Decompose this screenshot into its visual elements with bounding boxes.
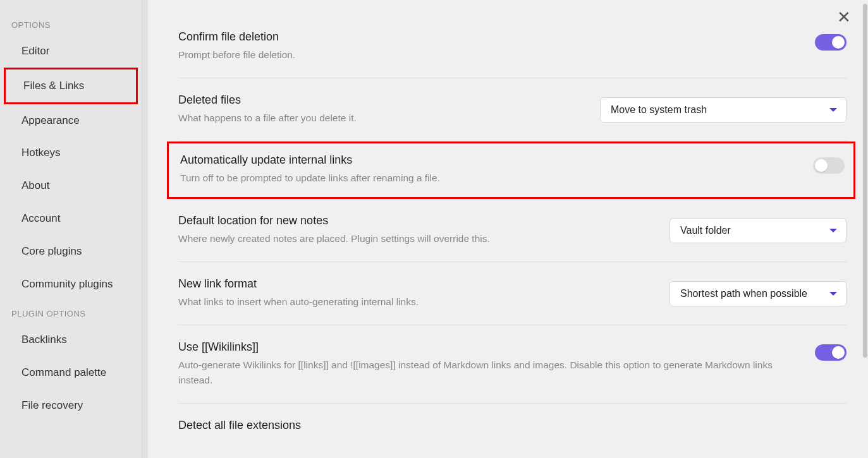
setting-title: Use [[Wikilinks]]	[178, 340, 802, 354]
chevron-down-icon	[829, 229, 837, 232]
sidebar-item-command-palette[interactable]: Command palette	[4, 356, 138, 389]
setting-desc: What happens to a file after you delete …	[178, 111, 587, 126]
setting-desc: Prompt before file deletion.	[178, 47, 802, 63]
settings-content: ✕ Confirm file deletion Prompt before fi…	[148, 0, 862, 458]
dropdown-value: Vault folder	[680, 225, 731, 236]
setting-title: Automatically update internal links	[180, 154, 800, 167]
dropdown-deleted-files[interactable]: Move to system trash	[600, 97, 847, 123]
sidebar-item-core-plugins[interactable]: Core plugins	[4, 235, 138, 268]
dropdown-new-link-format[interactable]: Shortest path when possible	[669, 281, 847, 306]
setting-detect-extensions: Detect all file extensions	[178, 404, 847, 451]
sidebar-item-community-plugins[interactable]: Community plugins	[4, 268, 138, 301]
setting-desc: Turn off to be prompted to update links …	[180, 171, 800, 186]
sidebar-item-appearance[interactable]: Appearance	[4, 104, 138, 137]
sidebar-divider	[142, 0, 148, 458]
dropdown-value: Move to system trash	[611, 104, 707, 115]
sidebar-section-plugin-options: PLUGIN OPTIONS	[0, 300, 142, 323]
setting-title: Confirm file deletion	[178, 30, 802, 44]
setting-title: Default location for new notes	[178, 214, 657, 227]
setting-title: Deleted files	[178, 93, 587, 107]
toggle-use-wikilinks[interactable]	[815, 344, 847, 361]
setting-desc: Where newly created notes are placed. Pl…	[178, 231, 657, 246]
setting-auto-update-links: Automatically update internal links Turn…	[167, 142, 855, 199]
dropdown-value: Shortest path when possible	[680, 288, 807, 299]
setting-confirm-delete: Confirm file deletion Prompt before file…	[178, 0, 847, 78]
sidebar-section-options: OPTIONS	[0, 11, 142, 35]
sidebar-item-about[interactable]: About	[4, 169, 138, 202]
sidebar-item-hotkeys[interactable]: Hotkeys	[4, 136, 138, 169]
setting-use-wikilinks: Use [[Wikilinks]] Auto-generate Wikilink…	[178, 325, 847, 404]
scrollbar[interactable]	[862, 0, 868, 458]
sidebar-item-editor[interactable]: Editor	[4, 35, 138, 68]
sidebar-item-backlinks[interactable]: Backlinks	[4, 323, 138, 356]
chevron-down-icon	[829, 108, 837, 112]
scrollbar-thumb[interactable]	[863, 4, 867, 358]
setting-new-link-format: New link format What links to insert whe…	[178, 262, 847, 325]
setting-desc: Auto-generate Wikilinks for [[links]] an…	[178, 358, 802, 388]
dropdown-default-location[interactable]: Vault folder	[669, 218, 847, 243]
toggle-auto-update-links[interactable]	[813, 157, 845, 174]
toggle-confirm-delete[interactable]	[815, 34, 847, 51]
close-icon[interactable]: ✕	[837, 9, 851, 25]
setting-title: Detect all file extensions	[178, 419, 847, 432]
chevron-down-icon	[829, 292, 837, 296]
sidebar-item-files-links[interactable]: Files & Links	[4, 68, 138, 104]
setting-default-location: Default location for new notes Where new…	[178, 199, 847, 262]
setting-deleted-files: Deleted files What happens to a file aft…	[178, 78, 847, 142]
sidebar-item-account[interactable]: Account	[4, 202, 138, 235]
setting-title: New link format	[178, 277, 657, 291]
sidebar: OPTIONS Editor Files & Links Appearance …	[0, 0, 142, 458]
setting-desc: What links to insert when auto-generatin…	[178, 294, 657, 310]
sidebar-item-file-recovery[interactable]: File recovery	[4, 389, 138, 422]
